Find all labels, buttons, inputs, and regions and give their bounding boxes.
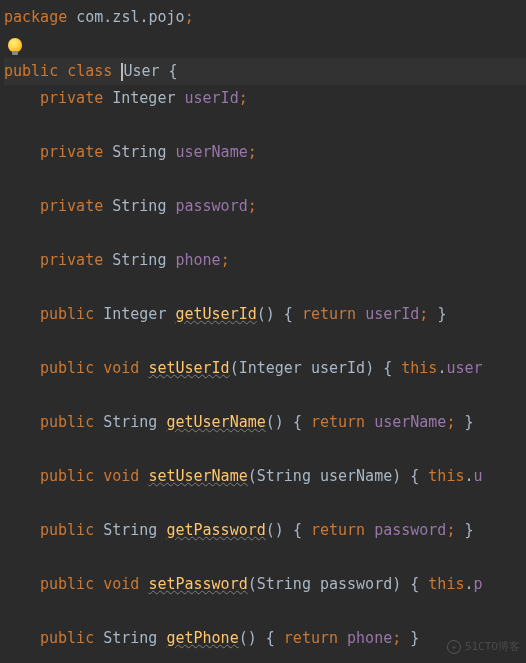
code-line-blank: [4, 544, 526, 571]
dot: .: [464, 571, 473, 598]
code-line-blank: [4, 112, 526, 139]
code-line-blank: [4, 490, 526, 517]
brace-open: {: [410, 463, 419, 490]
keyword-private: private: [40, 139, 103, 166]
keyword-private: private: [40, 247, 103, 274]
param-name: password: [320, 571, 392, 598]
paren-close: ): [365, 355, 374, 382]
keyword-public: public: [40, 517, 94, 544]
method-getUserId: getUserId: [175, 301, 256, 328]
keyword-return: return: [284, 625, 338, 652]
keyword-return: return: [302, 301, 356, 328]
paren-open: (: [266, 409, 275, 436]
keyword-this: this: [428, 463, 464, 490]
method-setUserName: setUserName: [148, 463, 247, 490]
brace-open: {: [383, 355, 392, 382]
code-line: public String getPassword() { return pas…: [4, 517, 526, 544]
brace-open: {: [284, 301, 293, 328]
truncated-text: user: [446, 355, 482, 382]
method-setPassword: setPassword: [148, 571, 247, 598]
code-line-bulb: [4, 31, 526, 58]
code-line-blank: [4, 220, 526, 247]
code-line-blank: [4, 274, 526, 301]
field-userName: userName: [175, 139, 247, 166]
brace-open: {: [266, 625, 275, 652]
type-string: String: [112, 139, 166, 166]
code-line: private Integer userId;: [4, 85, 526, 112]
semicolon: ;: [185, 4, 194, 31]
code-line-blank: [4, 436, 526, 463]
keyword-class: class: [67, 58, 112, 85]
paren-open: (: [230, 355, 239, 382]
brace-open: {: [169, 58, 178, 85]
param-type: String: [257, 571, 311, 598]
dot: .: [464, 463, 473, 490]
watermark-icon: ✦: [447, 640, 461, 654]
paren-open: (: [248, 463, 257, 490]
method-getUserName: getUserName: [166, 409, 265, 436]
method-getPhone: getPhone: [166, 625, 238, 652]
type-string: String: [103, 517, 157, 544]
type-string: String: [112, 193, 166, 220]
keyword-public: public: [4, 58, 58, 85]
type-integer: Integer: [103, 301, 166, 328]
field-ref: phone: [347, 625, 392, 652]
intention-bulb-icon[interactable]: [8, 38, 22, 52]
field-ref: userName: [374, 409, 446, 436]
semicolon: ;: [392, 625, 401, 652]
brace-close: }: [437, 301, 446, 328]
type-integer: Integer: [112, 85, 175, 112]
code-line: public String getUserName() { return use…: [4, 409, 526, 436]
field-ref: userId: [365, 301, 419, 328]
class-name: User: [123, 58, 159, 85]
paren-close: ): [275, 517, 284, 544]
keyword-public: public: [40, 571, 94, 598]
code-line: private String userName;: [4, 139, 526, 166]
field-ref: password: [374, 517, 446, 544]
paren-close: ): [392, 463, 401, 490]
semicolon: ;: [248, 193, 257, 220]
keyword-public: public: [40, 409, 94, 436]
semicolon: ;: [221, 247, 230, 274]
code-editor[interactable]: package com.zsl.pojo; public class User …: [0, 0, 526, 656]
paren-close: ): [248, 625, 257, 652]
method-setUserId: setUserId: [148, 355, 229, 382]
code-line-blank: [4, 328, 526, 355]
semicolon: ;: [446, 409, 455, 436]
keyword-public: public: [40, 463, 94, 490]
watermark-text: 51CTO博客: [465, 637, 520, 657]
brace-open: {: [410, 571, 419, 598]
code-line: private String phone;: [4, 247, 526, 274]
code-line: public void setUserName(String userName)…: [4, 463, 526, 490]
paren-open: (: [257, 301, 266, 328]
brace-open: {: [293, 517, 302, 544]
keyword-this: this: [401, 355, 437, 382]
code-line: public void setPassword(String password)…: [4, 571, 526, 598]
field-userId: userId: [185, 85, 239, 112]
truncated-text: u: [474, 463, 483, 490]
type-string: String: [103, 625, 157, 652]
paren-close: ): [392, 571, 401, 598]
semicolon: ;: [419, 301, 428, 328]
semicolon: ;: [239, 85, 248, 112]
keyword-private: private: [40, 85, 103, 112]
paren-open: (: [239, 625, 248, 652]
code-line: private String password;: [4, 193, 526, 220]
brace-close: }: [464, 517, 473, 544]
keyword-private: private: [40, 193, 103, 220]
code-line: package com.zsl.pojo;: [4, 4, 526, 31]
keyword-void: void: [103, 355, 139, 382]
type-string: String: [103, 409, 157, 436]
field-password: password: [175, 193, 247, 220]
semicolon: ;: [446, 517, 455, 544]
keyword-public: public: [40, 355, 94, 382]
package-path: com.zsl.pojo: [67, 4, 184, 31]
paren-close: ): [266, 301, 275, 328]
brace-close: }: [464, 409, 473, 436]
code-line-blank: [4, 382, 526, 409]
code-line-blank: [4, 166, 526, 193]
keyword-void: void: [103, 571, 139, 598]
code-line-highlighted: public class User {: [4, 58, 526, 85]
keyword-package: package: [4, 4, 67, 31]
code-line: public Integer getUserId() { return user…: [4, 301, 526, 328]
